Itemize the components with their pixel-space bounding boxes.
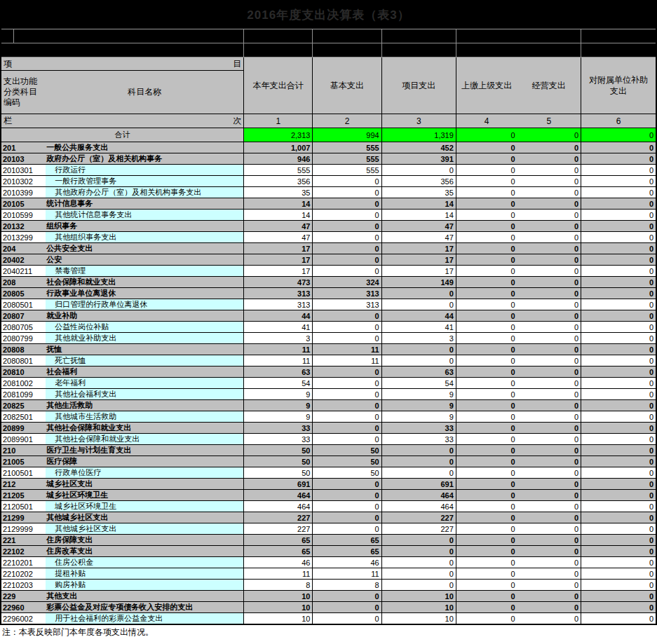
row-value-cell[interactable]: 0 (517, 512, 581, 523)
row-value-cell[interactable]: 50 (244, 445, 313, 456)
row-value-cell[interactable]: 47 (381, 221, 456, 232)
row-value-cell[interactable]: 324 (313, 277, 381, 288)
row-value-cell[interactable]: 10 (381, 591, 456, 602)
row-value-cell[interactable]: 0 (517, 153, 581, 165)
row-value-cell[interactable]: 0 (581, 490, 656, 501)
row-value-cell[interactable]: 0 (581, 221, 656, 232)
row-value-cell[interactable]: 33 (244, 423, 313, 434)
row-code-cell[interactable]: 2210202 (1, 568, 46, 580)
row-value-cell[interactable]: 0 (313, 602, 381, 613)
row-value-cell[interactable]: 54 (381, 378, 456, 389)
row-value-cell[interactable]: 0 (581, 322, 656, 333)
row-value-cell[interactable]: 0 (381, 299, 456, 310)
row-value-cell[interactable]: 0 (581, 501, 656, 512)
row-name-cell[interactable]: 公共安全支出 (46, 243, 244, 254)
row-value-cell[interactable]: 0 (313, 243, 381, 254)
row-value-cell[interactable]: 0 (456, 198, 517, 210)
row-value-cell[interactable]: 0 (381, 580, 456, 591)
row-value-cell[interactable]: 10 (244, 591, 313, 602)
row-value-cell[interactable]: 0 (581, 535, 656, 546)
row-code-cell[interactable]: 2080705 (1, 322, 46, 333)
row-value-cell[interactable]: 0 (456, 266, 517, 277)
row-value-cell[interactable]: 691 (381, 479, 456, 490)
row-value-cell[interactable]: 0 (313, 187, 381, 198)
row-value-cell[interactable]: 464 (381, 490, 456, 501)
row-value-cell[interactable]: 0 (456, 613, 517, 625)
row-name-cell[interactable]: 城乡社区环境卫生 (46, 501, 244, 512)
row-code-cell[interactable]: 2210203 (1, 580, 46, 591)
row-value-cell[interactable]: 10 (244, 613, 313, 625)
row-value-cell[interactable]: 0 (313, 221, 381, 232)
row-value-cell[interactable]: 0 (313, 411, 381, 423)
column-number-6[interactable]: 6 (581, 114, 656, 128)
row-value-cell[interactable]: 555 (313, 142, 381, 153)
row-value-cell[interactable]: 0 (313, 198, 381, 210)
row-value-cell[interactable]: 0 (517, 568, 581, 580)
row-value-cell[interactable]: 0 (581, 187, 656, 198)
row-value-cell[interactable]: 17 (381, 266, 456, 277)
row-value-cell[interactable]: 0 (313, 490, 381, 501)
row-value-cell[interactable]: 0 (456, 176, 517, 187)
row-value-cell[interactable]: 0 (581, 344, 656, 355)
row-value-cell[interactable]: 14 (244, 210, 313, 221)
grand-total-label[interactable]: 合计 (1, 128, 244, 142)
row-value-cell[interactable]: 0 (456, 411, 517, 423)
row-value-cell[interactable]: 50 (244, 467, 313, 479)
row-value-cell[interactable]: 0 (381, 557, 456, 568)
row-value-cell[interactable]: 0 (313, 378, 381, 389)
row-value-cell[interactable]: 14 (381, 210, 456, 221)
row-value-cell[interactable]: 227 (381, 512, 456, 523)
row-value-cell[interactable]: 464 (244, 490, 313, 501)
row-value-cell[interactable]: 313 (313, 288, 381, 299)
row-value-cell[interactable]: 50 (313, 445, 381, 456)
row-code-cell[interactable]: 2120501 (1, 501, 46, 512)
column-number-1[interactable]: 1 (244, 114, 313, 128)
row-code-cell[interactable]: 2082501 (1, 411, 46, 423)
row-name-cell[interactable]: 其他政府办公厅（室）及相关机构事务支出 (46, 187, 244, 198)
row-value-cell[interactable]: 46 (313, 557, 381, 568)
row-value-cell[interactable]: 227 (381, 523, 456, 535)
row-value-cell[interactable]: 0 (581, 355, 656, 366)
row-code-cell[interactable]: 20103 (1, 153, 46, 165)
row-value-cell[interactable]: 9 (244, 400, 313, 411)
row-value-cell[interactable]: 0 (456, 310, 517, 322)
row-value-cell[interactable]: 0 (456, 602, 517, 613)
row-value-cell[interactable]: 0 (581, 445, 656, 456)
row-value-cell[interactable]: 0 (381, 535, 456, 546)
row-name-cell[interactable]: 其他支出 (46, 591, 244, 602)
row-value-cell[interactable]: 1,007 (244, 142, 313, 153)
row-value-cell[interactable]: 0 (456, 221, 517, 232)
row-code-cell[interactable]: 212 (1, 479, 46, 490)
row-value-cell[interactable]: 0 (581, 434, 656, 445)
row-value-cell[interactable]: 0 (456, 142, 517, 153)
row-name-cell[interactable]: 其他城乡社区支出 (46, 523, 244, 535)
row-value-cell[interactable]: 149 (381, 277, 456, 288)
name-column-header[interactable]: 科目名称 (46, 71, 244, 114)
row-value-cell[interactable]: 0 (517, 411, 581, 423)
row-value-cell[interactable]: 0 (581, 568, 656, 580)
row-value-cell[interactable]: 0 (581, 232, 656, 243)
row-value-cell[interactable]: 0 (456, 501, 517, 512)
row-value-cell[interactable]: 9 (381, 389, 456, 400)
row-code-cell[interactable]: 204 (1, 243, 46, 254)
row-value-cell[interactable]: 0 (381, 456, 456, 467)
row-value-cell[interactable]: 0 (517, 580, 581, 591)
row-name-cell[interactable]: 住房公积金 (46, 557, 244, 568)
row-code-cell[interactable]: 2010399 (1, 187, 46, 198)
row-value-cell[interactable]: 9 (381, 400, 456, 411)
row-value-cell[interactable]: 50 (244, 456, 313, 467)
row-value-cell[interactable]: 0 (517, 400, 581, 411)
row-code-cell[interactable]: 2010599 (1, 210, 46, 221)
row-value-cell[interactable]: 0 (517, 557, 581, 568)
row-name-cell[interactable]: 住房改革支出 (46, 546, 244, 557)
row-value-cell[interactable]: 11 (244, 568, 313, 580)
row-value-cell[interactable]: 0 (456, 580, 517, 591)
row-value-cell[interactable]: 0 (581, 142, 656, 153)
row-code-cell[interactable]: 2080501 (1, 299, 46, 310)
row-value-cell[interactable]: 0 (313, 512, 381, 523)
row-value-cell[interactable]: 0 (517, 613, 581, 625)
row-value-cell[interactable]: 44 (381, 310, 456, 322)
row-value-cell[interactable]: 0 (517, 266, 581, 277)
row-value-cell[interactable]: 47 (244, 232, 313, 243)
row-value-cell[interactable]: 65 (244, 546, 313, 557)
